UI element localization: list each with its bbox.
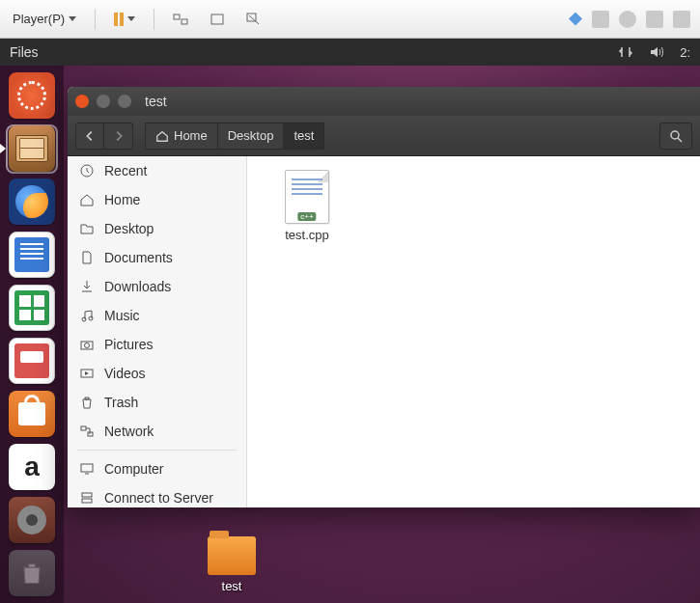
sidebar-item-label: Network: [104, 424, 154, 439]
files-app-icon: [15, 135, 48, 162]
crumb-label: test: [294, 128, 314, 143]
search-button[interactable]: [659, 123, 692, 150]
sidebar-item-label: Computer: [104, 461, 163, 477]
firefox-icon: [15, 185, 48, 218]
breadcrumb: Home Desktop test: [145, 123, 324, 150]
chevron-right-icon: [112, 129, 126, 143]
launcher-settings[interactable]: [6, 495, 58, 544]
side-network[interactable]: Network: [68, 417, 246, 446]
crumb-label: Home: [174, 128, 208, 143]
nautilus-window: test Home Desktop test: [68, 87, 700, 507]
sidebar-item-label: Downloads: [104, 279, 171, 294]
side-recent[interactable]: Recent: [68, 156, 246, 185]
chevron-left-icon: [83, 129, 97, 143]
sidebar-item-label: Recent: [104, 163, 147, 178]
video-icon: [79, 366, 95, 381]
network-indicator-icon[interactable]: [618, 44, 633, 60]
launcher-files[interactable]: [6, 124, 58, 174]
vm-pause-button[interactable]: [107, 9, 142, 30]
svg-rect-15: [81, 464, 93, 472]
panel-time[interactable]: 2:: [680, 45, 690, 60]
vm-send-keys-button[interactable]: [166, 8, 195, 31]
desktop-folder-test[interactable]: test: [193, 536, 270, 593]
side-trash[interactable]: Trash: [68, 388, 246, 417]
launcher-dash[interactable]: [6, 71, 58, 121]
crumb-desktop[interactable]: Desktop: [218, 123, 285, 150]
vm-fullscreen-button[interactable]: [203, 8, 232, 31]
vm-status-icon[interactable]: [569, 13, 582, 26]
vm-status-icons: [569, 11, 694, 28]
sidebar-item-label: Connect to Server: [104, 490, 213, 506]
launcher-impress[interactable]: [6, 337, 58, 386]
svg-point-5: [671, 131, 679, 139]
side-home[interactable]: Home: [68, 185, 246, 214]
file-label: test.cpp: [285, 228, 329, 242]
vm-player-toolbar: Player(P): [0, 0, 700, 39]
calc-icon: [14, 290, 49, 325]
sidebar-item-label: Videos: [104, 366, 146, 381]
nautilus-content[interactable]: c++test.cpp: [247, 156, 700, 507]
desktop-folder-label: test: [222, 579, 242, 593]
cpp-file-icon: c++: [285, 170, 329, 224]
svg-rect-17: [82, 499, 92, 503]
ubuntu-top-panel: Files 2:: [0, 39, 700, 66]
side-pictures[interactable]: Pictures: [68, 330, 246, 359]
sidebar-item-label: Documents: [104, 250, 173, 265]
svg-rect-1: [182, 19, 187, 24]
side-downloads[interactable]: Downloads: [68, 272, 246, 301]
launcher-software[interactable]: [6, 389, 58, 438]
player-menu-label: Player(P): [13, 12, 65, 26]
vm-unity-button[interactable]: [239, 8, 268, 31]
folder-icon: [79, 221, 95, 236]
window-title: test: [145, 94, 167, 109]
sidebar-item-label: Trash: [104, 395, 138, 410]
chevron-down-icon: [69, 16, 76, 21]
vm-player-menu[interactable]: Player(P): [6, 8, 83, 30]
music-icon: [79, 308, 95, 323]
window-titlebar[interactable]: test: [68, 87, 700, 116]
window-minimize-button[interactable]: [97, 95, 110, 108]
launcher-firefox[interactable]: [6, 178, 58, 227]
sidebar-item-label: Home: [104, 192, 140, 207]
pause-icon: [114, 13, 124, 26]
side-connect[interactable]: Connect to Server: [68, 483, 246, 507]
launcher-calc[interactable]: [6, 284, 58, 333]
sidebar-separator: [77, 450, 237, 451]
nav-back-button[interactable]: [75, 123, 104, 150]
window-maximize-button[interactable]: [118, 95, 131, 108]
crumb-home[interactable]: Home: [145, 123, 218, 150]
window-close-button[interactable]: [75, 95, 89, 108]
nautilus-sidebar: RecentHomeDesktopDocumentsDownloadsMusic…: [68, 156, 247, 507]
chevron-down-icon: [127, 16, 135, 21]
search-icon: [668, 128, 684, 144]
nautilus-toolbar: Home Desktop test: [68, 116, 700, 156]
sound-indicator-icon[interactable]: [649, 44, 664, 60]
side-desktop[interactable]: Desktop: [68, 214, 246, 243]
camera-icon: [79, 337, 95, 352]
writer-icon: [14, 237, 49, 272]
side-music[interactable]: Music: [68, 301, 246, 330]
svg-rect-13: [81, 426, 86, 430]
svg-rect-2: [211, 14, 223, 24]
crumb-test[interactable]: test: [284, 123, 324, 150]
side-computer[interactable]: Computer: [68, 454, 246, 483]
vm-printer-icon[interactable]: [592, 11, 609, 28]
side-videos[interactable]: Videos: [68, 359, 246, 388]
file-test-cpp[interactable]: c++test.cpp: [261, 170, 353, 242]
desktop-area: a test Home Desktop: [0, 66, 700, 603]
gear-icon: [17, 506, 46, 534]
clock-icon: [79, 163, 95, 178]
impress-icon: [14, 343, 49, 378]
vm-disc-icon[interactable]: [619, 11, 636, 28]
launcher-amazon[interactable]: a: [6, 442, 58, 491]
launcher-writer[interactable]: [6, 231, 58, 280]
document-icon: [79, 250, 95, 265]
svg-line-6: [678, 138, 682, 142]
trash-icon: [18, 560, 45, 587]
launcher-trash[interactable]: [6, 548, 58, 597]
side-documents[interactable]: Documents: [68, 243, 246, 272]
svg-point-11: [85, 343, 90, 348]
vm-hdd-icon[interactable]: [646, 11, 663, 28]
vm-expand-icon[interactable]: [673, 11, 690, 28]
nav-forward-button[interactable]: [104, 123, 133, 150]
